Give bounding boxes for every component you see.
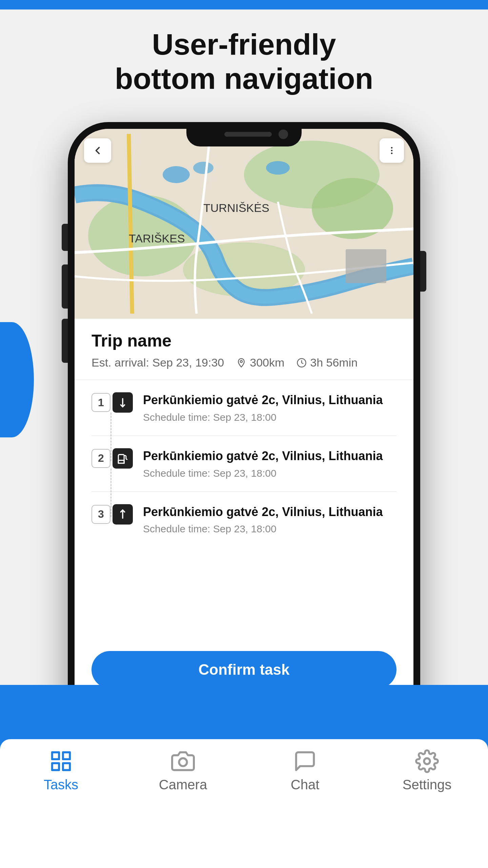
stop-icon-download [113, 392, 133, 413]
location-icon [236, 358, 246, 368]
bottom-camera-label: Camera [159, 777, 207, 792]
svg-text:TARIŠKES: TARIŠKES [129, 232, 185, 245]
stop-time-1: Schedule time: Sep 23, 18:00 [143, 412, 396, 423]
stop-info-2: Perkūnkiemio gatvė 2c, Vilnius, Lithuani… [143, 448, 396, 479]
stop-badge-3: 3 [92, 504, 133, 525]
svg-rect-17 [118, 460, 124, 463]
svg-rect-27 [52, 763, 59, 770]
stop-address-1: Perkūnkiemio gatvė 2c, Vilnius, Lithuani… [143, 392, 396, 408]
page-heading: User-friendly bottom navigation [0, 27, 488, 96]
svg-point-29 [179, 758, 187, 766]
trip-arrival: Est. arrival: Sep 23, 19:30 [92, 356, 224, 369]
svg-point-6 [193, 162, 214, 174]
svg-rect-28 [63, 763, 70, 770]
bottom-tasks-label: Tasks [44, 777, 78, 792]
bottom-tasks-icon [49, 749, 73, 773]
trip-name: Trip name [92, 331, 396, 351]
stop-icon-upload [113, 504, 133, 525]
stop-badge-1: 1 [92, 392, 133, 413]
bottom-camera-icon [171, 749, 195, 773]
notch-bar [224, 132, 272, 137]
bottom-chat-icon [293, 749, 317, 773]
stop-number-2: 2 [92, 449, 110, 468]
stop-item-3: 3 Perkūnkiemio gatvė 2c, Vilnius, Lithua… [92, 492, 396, 547]
stop-time-2: Schedule time: Sep 23, 18:00 [143, 468, 396, 479]
svg-point-14 [391, 153, 393, 154]
phone-mockup: TARIŠKES TURNIŠKĖS [68, 122, 420, 766]
svg-point-30 [424, 758, 430, 764]
map-area: TARIŠKES TURNIŠKĖS [75, 129, 413, 319]
map-back-button[interactable] [84, 138, 111, 163]
phone-screen: TARIŠKES TURNIŠKĖS [75, 129, 413, 760]
clock-icon [297, 358, 307, 368]
stop-item-2: 2 Perkūnkiemio gatvė 2 [92, 436, 396, 492]
side-button-power [420, 251, 426, 292]
svg-rect-9 [346, 249, 386, 283]
side-button-silent [62, 319, 68, 363]
trip-meta: Est. arrival: Sep 23, 19:30 300km [92, 356, 396, 369]
side-button-vol-up [62, 224, 68, 251]
svg-point-5 [163, 166, 190, 183]
bottom-nav-camera[interactable]: Camera [122, 749, 244, 792]
bottom-chat-label: Chat [291, 777, 320, 792]
stop-info-3: Perkūnkiemio gatvė 2c, Vilnius, Lithuani… [143, 504, 396, 535]
blue-bottom-section: Tasks Camera Chat Settings [0, 685, 488, 868]
heading-text: User-friendly bottom navigation [0, 27, 488, 96]
trip-duration: 3h 56min [297, 356, 358, 369]
phone-notch [186, 122, 302, 146]
stop-number-1: 1 [92, 393, 110, 412]
decorative-teardrop [0, 322, 34, 437]
trip-distance: 300km [236, 356, 284, 369]
bottom-nav-settings[interactable]: Settings [366, 749, 488, 792]
stop-list: 1 Perkūnkiemio gatvė 2c, Vilnius, Lithua… [75, 380, 413, 641]
stop-icon-fuel [113, 448, 133, 469]
svg-point-7 [266, 161, 290, 175]
stop-address-3: Perkūnkiemio gatvė 2c, Vilnius, Lithuani… [143, 504, 396, 520]
confirm-task-button[interactable]: Confirm task [92, 651, 396, 688]
svg-text:TURNIŠKĖS: TURNIŠKĖS [203, 201, 269, 214]
bottom-nav-chat[interactable]: Chat [244, 749, 366, 792]
stop-number-3: 3 [92, 505, 110, 524]
stop-badge-2: 2 [92, 448, 133, 469]
phone-body: TARIŠKES TURNIŠKĖS [68, 122, 420, 766]
side-button-vol-down [62, 264, 68, 309]
stop-item-1: 1 Perkūnkiemio gatvė 2c, Vilnius, Lithua… [92, 380, 396, 436]
stop-info-1: Perkūnkiemio gatvė 2c, Vilnius, Lithuani… [143, 392, 396, 423]
bottom-settings-icon [415, 749, 439, 773]
notch-camera [279, 130, 288, 139]
bottom-nav-bar: Tasks Camera Chat Settings [0, 739, 488, 868]
bottom-nav-tasks[interactable]: Tasks [0, 749, 122, 792]
stop-time-3: Schedule time: Sep 23, 18:00 [143, 523, 396, 535]
svg-point-13 [391, 150, 393, 152]
stop-address-2: Perkūnkiemio gatvė 2c, Vilnius, Lithuani… [143, 448, 396, 464]
bottom-settings-label: Settings [403, 777, 452, 792]
svg-rect-25 [52, 752, 59, 759]
trip-header: Trip name Est. arrival: Sep 23, 19:30 30… [75, 319, 413, 380]
status-bar [0, 0, 488, 9]
svg-rect-26 [63, 752, 70, 759]
map-menu-button[interactable] [380, 138, 404, 163]
svg-point-12 [391, 147, 393, 149]
